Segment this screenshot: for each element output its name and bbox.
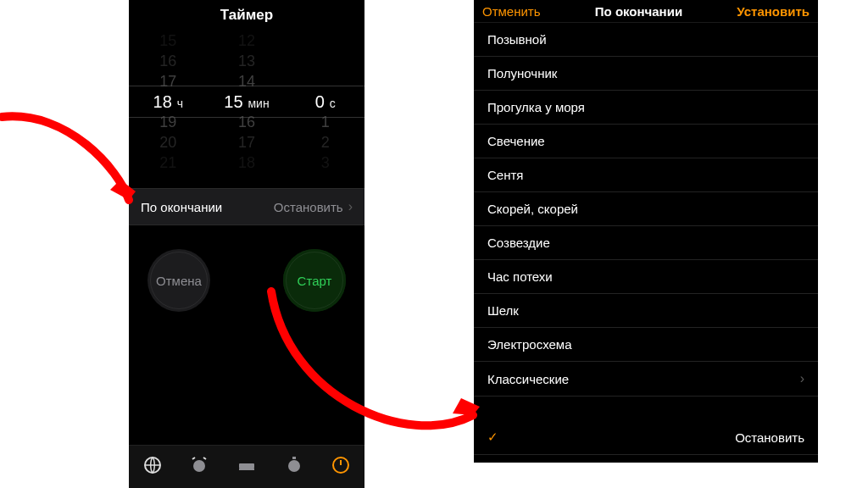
alarm-icon [189,455,209,475]
when-ends-value: Остановить [274,200,343,214]
timer-buttons: Отмена Старт [129,225,364,336]
sound-label: Шелк [487,303,519,318]
sound-item[interactable]: Прогулка у моря [474,91,818,125]
stopwatch-icon [284,455,304,475]
sound-label: Электросхема [487,337,572,352]
nav-title: По окончании [595,4,682,19]
time-picker[interactable]: 15161718 ч192021 12131415 мин161718 0 с1… [129,32,364,171]
sound-label: Созвездие [487,236,550,250]
picker-seconds[interactable]: 0 с123 [286,32,364,171]
tab-stopwatch[interactable] [284,455,304,479]
picker-value: 21 [129,151,208,171]
sound-item[interactable]: Шелк [474,294,818,328]
sound-item[interactable]: Полуночник [474,57,818,91]
tab-bar [129,445,364,488]
svg-rect-3 [239,469,254,470]
sound-label: Свечение [487,134,545,148]
picker-unit: с [326,97,336,110]
sound-item[interactable]: Созвездие [474,226,818,260]
svg-rect-5 [292,457,296,459]
bed-icon [236,455,257,475]
sound-item[interactable]: Позывной [474,23,818,57]
classic-row[interactable]: Классические › [474,362,818,396]
sound-item[interactable]: Скорей, скорей [474,192,818,226]
picker-hours[interactable]: 15161718 ч192021 [129,32,208,171]
sound-label: Час потехи [487,269,553,284]
sound-label: Позывной [487,32,547,47]
sound-item[interactable]: Электросхема [474,328,818,362]
timer-icon [331,455,351,475]
sound-picker-screen: Отменить По окончании Установить Позывно… [474,0,818,463]
tab-world-clock[interactable] [142,455,163,479]
chevron-right-icon: › [348,199,353,214]
stop-playing-label: Остановить [735,430,804,445]
tab-bedtime[interactable] [236,455,257,479]
globe-icon [142,455,163,475]
picker-unit: ч [174,97,183,110]
list-spacer [474,396,818,420]
sound-label: Сентя [487,168,523,182]
set-nav-button[interactable]: Установить [737,4,810,19]
when-timer-ends-row[interactable]: По окончании Остановить › [129,188,364,225]
picker-minutes[interactable]: 12131415 мин161718 [208,32,287,171]
sound-item[interactable]: Час потехи [474,260,818,294]
sound-label: Скорей, скорей [487,202,578,216]
cancel-nav-button[interactable]: Отменить [482,4,541,19]
classic-label: Классические [487,372,569,386]
checkmark-icon: ✓ [487,430,499,445]
tab-timer[interactable] [331,455,351,479]
when-ends-label: По окончании [141,200,222,214]
chevron-right-icon: › [800,371,804,386]
sound-label: Полуночник [487,66,557,80]
svg-rect-2 [239,463,254,469]
page-title: Таймер [129,0,364,32]
sound-item[interactable]: Сентя [474,158,818,192]
start-button[interactable]: Старт [283,249,346,312]
picker-value: 3 [286,151,364,171]
svg-point-1 [193,460,205,472]
svg-point-4 [288,460,300,472]
sound-label: Прогулка у моря [487,100,585,114]
sound-item[interactable]: Свечение [474,125,818,158]
picker-unit: мин [245,97,270,110]
nav-bar: Отменить По окончании Установить [474,0,818,23]
timer-screen: Таймер 15161718 ч192021 12131415 мин1617… [129,0,364,488]
picker-value: 18 [208,151,287,171]
cancel-button[interactable]: Отмена [147,249,210,312]
stop-playing-row[interactable]: ✓ Остановить [474,420,818,455]
tab-alarm[interactable] [189,455,209,479]
sound-list: ПозывнойПолуночникПрогулка у моряСвечени… [474,23,818,362]
